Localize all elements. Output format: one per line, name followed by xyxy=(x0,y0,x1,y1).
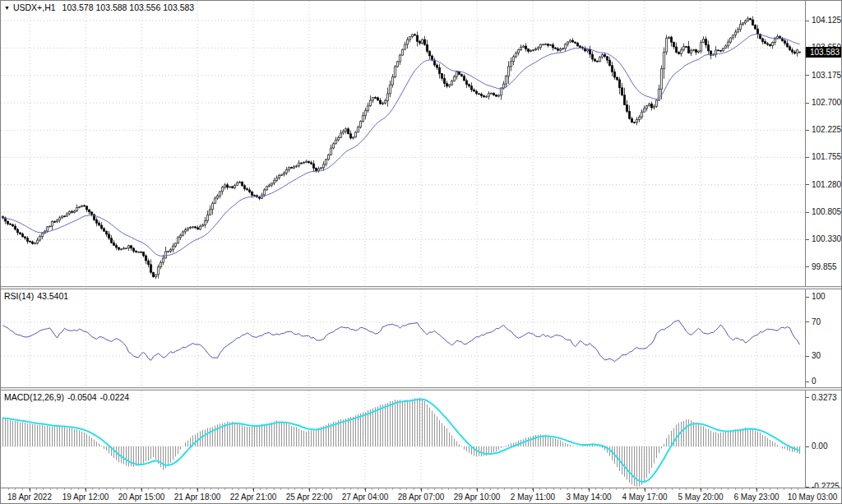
symbol-dropdown-icon[interactable]: ▼ xyxy=(4,5,10,11)
rsi-panel: RSI(14)43.5401 xyxy=(1,289,805,387)
minor-tick xyxy=(148,488,149,490)
minor-tick xyxy=(204,488,205,490)
minor-tick xyxy=(113,488,113,490)
macd-header: MACD(12,26,9)-0.0504-0.0224 xyxy=(4,392,136,402)
axis-tick xyxy=(421,488,422,492)
minor-tick xyxy=(127,488,127,490)
minor-tick xyxy=(784,488,784,490)
axis-tick xyxy=(365,488,366,492)
minor-tick xyxy=(106,488,107,490)
minor-tick xyxy=(602,488,603,490)
minor-tick xyxy=(22,488,23,490)
minor-tick xyxy=(386,488,386,490)
minor-tick xyxy=(504,488,505,490)
minor-tick xyxy=(266,488,267,490)
minor-tick xyxy=(735,488,736,490)
axis-tick xyxy=(806,157,809,158)
macd-label: MACD(12,26,9) xyxy=(4,392,64,402)
minor-tick xyxy=(672,488,673,490)
minor-tick xyxy=(414,488,414,490)
minor-tick xyxy=(274,488,275,490)
minor-tick xyxy=(176,488,177,490)
minor-tick xyxy=(470,488,470,490)
minor-tick xyxy=(183,488,183,490)
minor-tick xyxy=(742,488,743,490)
axis-tick xyxy=(86,488,86,492)
main-chart-panel: ▼USDX+,H1103.578 103.588 103.556 103.583 xyxy=(1,1,805,286)
minor-tick xyxy=(392,488,393,490)
minor-tick xyxy=(162,488,163,490)
minor-tick xyxy=(294,488,295,490)
price-axis-label: 104.125 xyxy=(812,16,841,25)
minor-tick xyxy=(714,488,715,490)
price-axis-label: 103.175 xyxy=(812,71,841,81)
minor-tick xyxy=(728,488,729,490)
macd-signal-value: -0.0224 xyxy=(100,392,130,402)
rsi-chart[interactable] xyxy=(1,289,805,387)
minor-tick xyxy=(442,488,442,490)
minor-tick xyxy=(71,488,72,490)
minor-tick xyxy=(637,488,638,490)
minor-tick xyxy=(518,488,519,490)
minor-tick xyxy=(400,488,400,490)
minor-tick xyxy=(749,488,750,490)
minor-tick xyxy=(456,488,456,490)
time-axis-label: 18 Apr 2022 xyxy=(2,492,58,502)
axis-tick xyxy=(141,488,142,492)
axis-tick xyxy=(309,488,310,492)
minor-tick xyxy=(350,488,351,490)
minor-tick xyxy=(511,488,512,490)
axis-tick xyxy=(806,130,809,131)
symbol-title: USDX+,H1 xyxy=(13,2,56,12)
time-axis-label: 10 May 03:00 xyxy=(784,492,840,502)
axis-tick xyxy=(253,488,254,492)
axis-tick xyxy=(589,488,590,492)
minor-tick xyxy=(721,488,722,490)
axis-tick xyxy=(806,239,809,240)
minor-tick xyxy=(232,488,233,490)
current-price-badge: 103.583 xyxy=(806,47,842,58)
minor-tick xyxy=(616,488,617,490)
minor-tick xyxy=(462,488,463,490)
minor-tick xyxy=(260,488,261,490)
minor-tick xyxy=(155,488,155,490)
minor-tick xyxy=(707,488,708,490)
minor-tick xyxy=(280,488,281,490)
minor-tick xyxy=(581,488,582,490)
candlestick-chart[interactable] xyxy=(1,1,805,286)
minor-tick xyxy=(316,488,317,490)
panel-splitter-main-rsi[interactable] xyxy=(1,286,841,289)
rsi-axis-label: 30 xyxy=(812,351,821,361)
axis-tick xyxy=(806,212,809,213)
minor-tick xyxy=(609,488,610,490)
time-axis-label: 5 May 20:00 xyxy=(673,492,729,502)
axis-tick xyxy=(806,321,809,322)
minor-tick xyxy=(539,488,540,490)
price-axis[interactable]: 103.583 104.125103.650103.175102.700102.… xyxy=(805,1,842,488)
panel-splitter-rsi-macd[interactable] xyxy=(1,387,841,391)
price-axis-label: 102.700 xyxy=(812,98,841,108)
price-axis-label: 102.225 xyxy=(812,125,841,135)
axis-tick xyxy=(806,446,809,447)
minor-tick xyxy=(560,488,561,490)
minor-tick xyxy=(630,488,631,490)
minor-tick xyxy=(372,488,372,490)
minor-tick xyxy=(791,488,792,490)
time-axis[interactable]: 18 Apr 202219 Apr 12:0020 Apr 15:0021 Ap… xyxy=(1,488,842,504)
macd-chart[interactable] xyxy=(1,391,805,488)
rsi-value: 43.5401 xyxy=(37,291,68,301)
time-axis-label: 19 Apr 12:00 xyxy=(58,492,113,502)
minor-tick xyxy=(358,488,359,490)
minor-tick xyxy=(336,488,337,490)
ohlc-readout: 103.578 103.588 103.556 103.583 xyxy=(62,2,195,12)
minor-tick xyxy=(288,488,289,490)
axis-tick xyxy=(645,488,645,492)
minor-tick xyxy=(43,488,44,490)
macd-value: -0.0504 xyxy=(67,392,97,402)
minor-tick xyxy=(763,488,764,490)
price-axis-label: 101.280 xyxy=(812,180,841,190)
minor-tick xyxy=(679,488,680,490)
minor-tick xyxy=(483,488,484,490)
minor-tick xyxy=(218,488,219,490)
minor-tick xyxy=(224,488,225,490)
